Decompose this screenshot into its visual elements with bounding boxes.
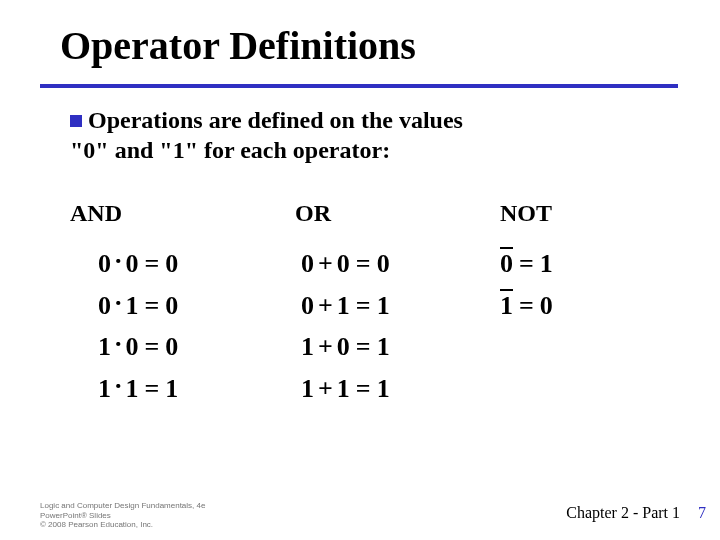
plus-icon: + [314,332,337,361]
result: 0 [165,332,178,361]
dot-icon: · [111,329,126,358]
footer-chapter: Chapter 2 - Part 1 [566,504,680,522]
operand-a-bar: 0 [500,249,513,278]
dot-icon: · [111,288,126,317]
not-heading: NOT [500,200,660,227]
operand-a: 0 [98,249,111,278]
credit-line-2: PowerPoint® Slides [40,511,205,521]
or-row: 1+1=1 [301,368,500,410]
operand-a-bar: 1 [500,291,513,320]
credit-line-1: Logic and Computer Design Fundamentals, … [40,501,205,511]
footer-credit: Logic and Computer Design Fundamentals, … [40,501,205,530]
result: 0 [165,249,178,278]
operand-a: 1 [301,332,314,361]
and-row: 0·0=0 [98,243,295,285]
slide: Operator Definitions Operations are defi… [0,0,720,540]
operand-a: 1 [301,374,314,403]
result: 0 [165,291,178,320]
and-column: AND 0·0=0 0·1=0 1·0=0 1·1=1 [70,200,295,409]
page-title: Operator Definitions [60,22,416,69]
result: 1 [377,332,390,361]
intro-line-1: Operations are defined on the values [88,107,463,133]
operand-b: 0 [126,332,139,361]
and-heading: AND [70,200,295,227]
dot-icon: · [111,371,126,400]
result: 0 [377,249,390,278]
bullet-icon [70,115,82,127]
or-row: 1+0=1 [301,326,500,368]
plus-icon: + [314,374,337,403]
operand-b: 1 [337,291,350,320]
or-row: 0+0=0 [301,243,500,285]
plus-icon: + [314,291,337,320]
equals-icon: = [139,249,166,278]
credit-line-3: © 2008 Pearson Education, Inc. [40,520,205,530]
or-row: 0+1=1 [301,285,500,327]
equals-icon: = [513,291,540,320]
result: 1 [165,374,178,403]
operand-b: 0 [126,249,139,278]
intro-text: Operations are defined on the values "0"… [70,105,640,165]
equals-icon: = [350,332,377,361]
operand-b: 1 [126,374,139,403]
equals-icon: = [350,374,377,403]
operand-a: 0 [301,291,314,320]
not-column: NOT 0=1 1=0 [500,200,660,409]
operand-b: 1 [337,374,350,403]
title-rule [40,84,678,88]
equals-icon: = [139,291,166,320]
and-rows: 0·0=0 0·1=0 1·0=0 1·1=1 [70,243,295,409]
equals-icon: = [139,332,166,361]
result: 1 [540,249,553,278]
equals-icon: = [513,249,540,278]
operand-a: 0 [98,291,111,320]
result: 1 [377,374,390,403]
operand-a: 0 [301,249,314,278]
operand-b: 0 [337,249,350,278]
not-row: 0=1 [500,243,660,285]
page-number: 7 [698,504,706,522]
equals-icon: = [139,374,166,403]
and-row: 0·1=0 [98,285,295,327]
plus-icon: + [314,249,337,278]
operand-a: 1 [98,332,111,361]
or-column: OR 0+0=0 0+1=1 1+0=1 1+1=1 [295,200,500,409]
and-row: 1·1=1 [98,368,295,410]
result: 1 [377,291,390,320]
operator-columns: AND 0·0=0 0·1=0 1·0=0 1·1=1 OR [70,200,660,409]
not-rows: 0=1 1=0 [500,243,660,326]
or-heading: OR [295,200,500,227]
not-row: 1=0 [500,285,660,327]
and-row: 1·0=0 [98,326,295,368]
operand-a: 1 [98,374,111,403]
intro-line-2: "0" and "1" for each operator: [70,137,390,163]
or-rows: 0+0=0 0+1=1 1+0=1 1+1=1 [295,243,500,409]
result: 0 [540,291,553,320]
operand-b: 0 [337,332,350,361]
equals-icon: = [350,249,377,278]
dot-icon: · [111,246,126,275]
operand-b: 1 [126,291,139,320]
equals-icon: = [350,291,377,320]
